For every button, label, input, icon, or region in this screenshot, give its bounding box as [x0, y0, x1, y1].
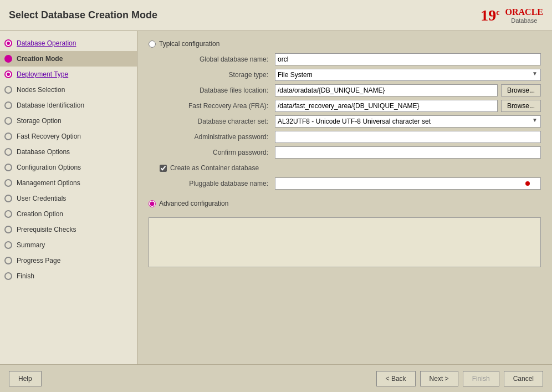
db-files-location-input[interactable] [275, 84, 498, 96]
sidebar-label-user-credentials: User Credentials [17, 195, 66, 202]
sidebar-item-summary[interactable]: Summary [0, 237, 137, 253]
typical-radio-option[interactable]: Typical configuration [149, 40, 541, 48]
storage-type-wrapper: File System ASM [275, 69, 541, 81]
finish-button[interactable]: Finish [463, 371, 499, 386]
fast-recovery-row: Browse... [275, 100, 541, 112]
pluggable-input-wrapper [275, 177, 541, 190]
charset-select[interactable]: AL32UTF8 - Unicode UTF-8 Universal chara… [275, 115, 541, 128]
pluggable-db-label: Pluggable database name: [160, 180, 270, 187]
sidebar: Database Operation Creation Mode Deploym… [0, 31, 137, 364]
description-box [149, 217, 541, 267]
sidebar-item-configuration-options[interactable]: Configuration Options [0, 160, 137, 175]
sidebar-item-storage-option[interactable]: Storage Option [0, 113, 137, 129]
storage-type-select[interactable]: File System ASM [275, 69, 541, 81]
help-button[interactable]: Help [9, 371, 42, 386]
sidebar-label-nodes-selection: Nodes Selection [17, 86, 65, 94]
sidebar-item-prerequisite-checks[interactable]: Prerequisite Checks [0, 222, 137, 237]
sidebar-item-database-operation[interactable]: Database Operation [0, 35, 137, 51]
red-dot-indicator [525, 181, 530, 186]
oracle-version: 19c [481, 7, 499, 24]
advanced-radio[interactable] [149, 200, 156, 207]
sidebar-item-database-identification[interactable]: Database Identification [0, 98, 137, 113]
advanced-label: Advanced configuration [159, 200, 228, 207]
storage-type-label: Storage type: [160, 71, 270, 79]
footer: Help < Back Next > Finish Cancel [0, 364, 552, 392]
confirm-password-label: Confirm password: [160, 149, 270, 156]
container-checkbox-row: Create as Container database [160, 164, 541, 172]
global-db-label: Global database name: [160, 55, 270, 63]
global-db-row [275, 53, 541, 65]
confirm-password-row [275, 146, 541, 159]
charset-label: Database character set: [160, 118, 270, 125]
sidebar-item-nodes-selection[interactable]: Nodes Selection [0, 82, 137, 98]
admin-password-label: Administrative password: [160, 133, 270, 141]
content-area: Typical configuration Global database na… [137, 31, 552, 364]
sidebar-label-database-options: Database Options [17, 148, 70, 156]
sidebar-item-finish[interactable]: Finish [0, 268, 137, 284]
oracle-logo: 19c ORACLE Database [481, 7, 543, 24]
next-button[interactable]: Next > [420, 371, 458, 386]
sidebar-label-storage-option: Storage Option [17, 117, 62, 125]
footer-right: < Back Next > Finish Cancel [376, 371, 543, 386]
db-files-browse-button[interactable]: Browse... [501, 84, 541, 96]
typical-label: Typical configuration [159, 40, 219, 48]
sidebar-label-database-identification: Database Identification [17, 101, 84, 109]
db-files-location-label: Database files location: [160, 86, 270, 94]
sidebar-label-progress-page: Progress Page [17, 257, 60, 264]
advanced-radio-option[interactable]: Advanced configuration [149, 200, 541, 207]
create-container-label: Create as Container database [170, 164, 259, 172]
create-container-checkbox[interactable] [160, 165, 167, 172]
back-button[interactable]: < Back [376, 371, 416, 386]
sidebar-item-progress-page[interactable]: Progress Page [0, 253, 137, 268]
cancel-button[interactable]: Cancel [504, 371, 543, 386]
sidebar-label-creation-mode: Creation Mode [17, 55, 63, 63]
oracle-brand: ORACLE [505, 7, 543, 17]
typical-form-section: Global database name: Storage type: File… [160, 53, 541, 159]
confirm-password-input[interactable] [275, 146, 541, 159]
sidebar-item-creation-mode[interactable]: Creation Mode [0, 51, 137, 67]
admin-password-row [275, 131, 541, 143]
fast-recovery-input[interactable] [275, 100, 498, 112]
sidebar-label-deployment-type[interactable]: Deployment Type [17, 70, 68, 78]
main-content: Database Operation Creation Mode Deploym… [0, 31, 552, 364]
pluggable-db-input[interactable] [275, 177, 541, 190]
sidebar-label-summary: Summary [17, 241, 45, 249]
sidebar-label-creation-option: Creation Option [17, 210, 63, 218]
footer-left: Help [9, 371, 42, 386]
fast-recovery-label: Fast Recovery Area (FRA): [160, 102, 270, 110]
sidebar-item-fast-recovery-option[interactable]: Fast Recovery Option [0, 129, 137, 144]
admin-password-input[interactable] [275, 131, 541, 143]
sidebar-item-management-options[interactable]: Management Options [0, 175, 137, 191]
radio-group: Typical configuration [149, 40, 541, 48]
sidebar-label-database-operation[interactable]: Database Operation [17, 39, 76, 47]
fast-recovery-browse-button[interactable]: Browse... [501, 100, 541, 112]
page-title: Select Database Creation Mode [9, 9, 157, 21]
typical-radio[interactable] [149, 40, 156, 48]
sidebar-item-creation-option[interactable]: Creation Option [0, 206, 137, 222]
sidebar-item-database-options[interactable]: Database Options [0, 144, 137, 160]
db-files-location-row: Browse... [275, 84, 541, 96]
header: Select Database Creation Mode 19c ORACLE… [0, 0, 552, 31]
sidebar-label-configuration-options: Configuration Options [17, 164, 81, 171]
sidebar-item-user-credentials[interactable]: User Credentials [0, 191, 137, 206]
sidebar-label-finish: Finish [17, 272, 34, 280]
pluggable-row: Pluggable database name: [160, 177, 541, 190]
charset-wrapper: AL32UTF8 - Unicode UTF-8 Universal chara… [275, 115, 541, 128]
oracle-sub: Database [505, 17, 543, 24]
sidebar-label-fast-recovery-option: Fast Recovery Option [17, 133, 81, 140]
sidebar-item-deployment-type[interactable]: Deployment Type [0, 67, 137, 82]
sidebar-label-prerequisite-checks: Prerequisite Checks [17, 226, 76, 233]
sidebar-label-management-options: Management Options [17, 179, 80, 187]
global-db-input[interactable] [275, 53, 541, 65]
